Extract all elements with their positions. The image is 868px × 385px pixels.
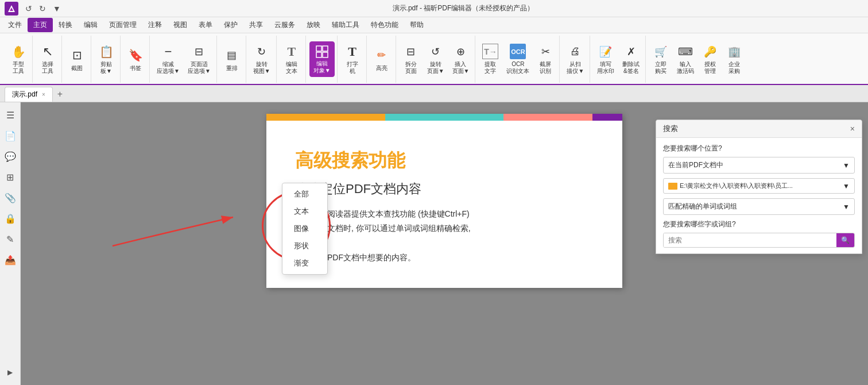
tab-label: 演示.pdf	[12, 90, 37, 99]
pdf-body-line-2: 阅读PDF文档时, 你可以通过单词或词组精确检索,	[295, 221, 594, 236]
group-typewriter: T 打字机	[339, 36, 367, 83]
sidebar-expand-btn[interactable]: ▶	[2, 364, 18, 380]
dropdown-btn[interactable]: ▼	[51, 3, 63, 14]
menu-tools[interactable]: 辅助工具	[326, 18, 365, 32]
folder-icon	[668, 183, 677, 190]
window-title: 演示.pdf - 福昕PDF编辑器（未经授权的产品）	[63, 3, 863, 13]
menu-cloud[interactable]: 云服务	[269, 18, 301, 32]
chevron-down-icon: ▼	[843, 161, 850, 170]
sidebar-grid-icon[interactable]: ⊞	[2, 169, 18, 185]
undo-btn[interactable]: ↺	[23, 3, 34, 14]
menu-share[interactable]: 共享	[243, 18, 269, 32]
split-btn[interactable]: ⊟ 拆分页面	[400, 41, 423, 77]
menu-protect[interactable]: 保护	[218, 18, 243, 32]
dropdown-text[interactable]: 文本	[282, 203, 327, 220]
zoom-reduce-btn[interactable]: − 缩减应选项▼	[153, 41, 183, 77]
scan-btn[interactable]: 🖨 从扫描仪▼	[563, 41, 587, 77]
clipboard-icon: 📋	[98, 44, 114, 59]
banner-pink	[503, 114, 592, 121]
tab-close-btn[interactable]: ×	[42, 91, 45, 98]
group-watermark: 📝 填写用水印 ✗ 删除试&签名	[591, 36, 646, 83]
select-icon: ↖	[40, 44, 56, 59]
main-area: ☰ 📄 💬 ⊞ 📎 🔒 ✎ 📤 ▶ 高级搜索功能 快速定位PDF文档内容 福昕P…	[0, 102, 868, 385]
watermark-btn[interactable]: 📝 填写用水印	[594, 41, 618, 77]
menu-file[interactable]: 文件	[2, 18, 28, 32]
typewriter-icon: T	[344, 44, 361, 59]
search-panel-close[interactable]: ×	[850, 124, 855, 133]
group-bookmark: 🔖 书签	[122, 36, 150, 83]
search-match-select[interactable]: 匹配精确的单词或词组 ▼	[663, 198, 855, 215]
ocr-btn[interactable]: OCR OCR识别文本	[503, 41, 533, 77]
search-panel: 搜索 × 您要搜索哪个位置? 在当前PDF文档中 ▼ E:\黄宗松文件\入职资料…	[656, 120, 862, 254]
menu-convert[interactable]: 转换	[53, 18, 78, 32]
menu-home[interactable]: 主页	[28, 18, 53, 32]
search-path-value: E:\黄宗松文件\入职资料\入职资料\员工...	[680, 182, 793, 190]
extract-text-btn[interactable]: T→ 提取文字	[479, 41, 502, 77]
enterprise-btn[interactable]: 🏢 企业采购	[723, 41, 746, 77]
dropdown-image[interactable]: 图像	[282, 220, 327, 237]
edit-text-btn[interactable]: T 编辑文本	[280, 41, 303, 77]
svg-rect-3	[323, 52, 328, 57]
menu-edit[interactable]: 编辑	[78, 18, 103, 32]
reflow-btn[interactable]: ▤ 重排	[220, 41, 243, 77]
tab-demo-pdf[interactable]: 演示.pdf ×	[5, 87, 53, 102]
search-input[interactable]	[664, 233, 836, 247]
rotate-view-btn[interactable]: ↻ 旋转视图▼	[250, 41, 274, 77]
svg-rect-2	[316, 52, 321, 57]
hand-tool-btn[interactable]: ✋ 手型工具	[7, 41, 30, 77]
screenshot-btn[interactable]: ⊡ 截图	[65, 41, 88, 77]
clipboard-btn[interactable]: 📋 剪贴板▼	[95, 41, 118, 77]
fit-page-icon: ⊟	[191, 44, 207, 59]
menu-page-manage[interactable]: 页面管理	[103, 18, 142, 32]
sidebar-page-icon[interactable]: 📄	[2, 128, 18, 144]
group-select: ↖ 选择工具	[34, 36, 62, 83]
insert-page-btn[interactable]: ⊕ 插入页面▼	[449, 41, 473, 77]
search-location-value: 在当前PDF文档中	[668, 160, 723, 170]
menu-features[interactable]: 特色功能	[365, 18, 404, 32]
highlight-btn[interactable]: ✏ 高亮	[370, 41, 393, 77]
ribbon: ✋ 手型工具 ↖ 选择工具 ⊡ 截图 📋 剪贴板▼	[0, 33, 868, 85]
dropdown-shape[interactable]: 形状	[282, 237, 327, 255]
ocr-icon: OCR	[510, 44, 526, 59]
dropdown-gradient[interactable]: 渐变	[282, 255, 327, 272]
rotate-page-btn[interactable]: ↺ 旋转页面▼	[424, 41, 448, 77]
sidebar-comment-icon[interactable]: 💬	[2, 148, 18, 164]
menu-slideshow[interactable]: 放映	[301, 18, 326, 32]
sidebar-menu-icon[interactable]: ☰	[2, 107, 18, 123]
dropdown-all[interactable]: 全部	[282, 186, 327, 203]
menu-annotation[interactable]: 注释	[142, 18, 168, 32]
sidebar-lock-icon[interactable]: 🔒	[2, 210, 18, 226]
edit-obj-btn[interactable]: 编辑对象▼	[309, 41, 335, 77]
menu-help[interactable]: 帮助	[404, 18, 429, 32]
screen-capture-btn[interactable]: ✂ 截屏识别	[534, 41, 557, 77]
search-location-select[interactable]: 在当前PDF文档中 ▼	[663, 157, 855, 174]
bookmark-icon: 🔖	[127, 47, 144, 63]
select-tool-btn[interactable]: ↖ 选择工具	[36, 41, 59, 77]
chevron-down-icon-2: ▼	[843, 182, 850, 190]
search-location-label: 您要搜索哪个位置?	[663, 144, 855, 153]
auth-manage-btn[interactable]: 🔑 授权管理	[699, 41, 722, 77]
new-tab-btn[interactable]: +	[53, 87, 67, 102]
sidebar-sign-icon[interactable]: ✎	[2, 231, 18, 247]
delete-sign-btn[interactable]: ✗ 删除试&签名	[619, 41, 643, 77]
buy-btn[interactable]: 🛒 立即购买	[649, 41, 672, 77]
typewriter-btn[interactable]: T 打字机	[341, 41, 364, 77]
fit-page-btn[interactable]: ⊟ 页面适应选项▼	[184, 41, 214, 77]
rotate-page-icon: ↺	[428, 44, 444, 59]
svg-rect-0	[316, 46, 321, 51]
banner-teal	[385, 114, 504, 121]
sidebar-attach-icon[interactable]: 📎	[2, 190, 18, 206]
menu-view[interactable]: 视图	[168, 18, 193, 32]
search-path-select[interactable]: E:\黄宗松文件\入职资料\入职资料\员工... ▼	[663, 178, 855, 194]
zoom-reduce-icon: −	[160, 44, 176, 59]
sidebar-export-icon[interactable]: 📤	[2, 252, 18, 268]
menu-form[interactable]: 表单	[193, 18, 218, 32]
activate-btn[interactable]: ⌨ 输入激活码	[673, 41, 698, 77]
redo-btn[interactable]: ↻	[37, 3, 48, 14]
hand-icon: ✋	[10, 44, 26, 59]
group-ocr: T→ 提取文字 OCR OCR识别文本 ✂ 截屏识别	[476, 36, 560, 83]
bookmark-btn[interactable]: 🔖 书签	[124, 41, 147, 77]
insert-page-icon: ⊕	[452, 44, 468, 59]
group-edit-text: T 编辑文本	[278, 36, 306, 83]
search-go-btn[interactable]: 🔍	[836, 233, 854, 247]
